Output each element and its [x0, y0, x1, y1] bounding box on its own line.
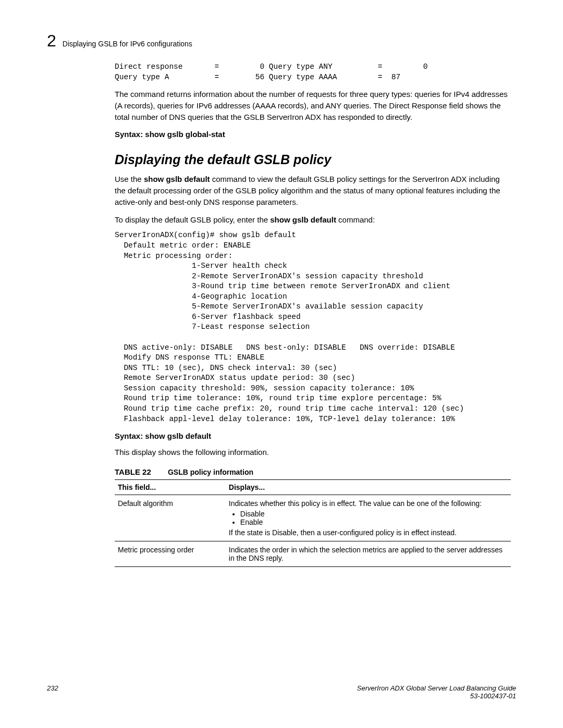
table-cell-desc: Indicates the order in which the selecti…	[226, 541, 511, 566]
table-row: Default algorithm Indicates whether this…	[115, 495, 511, 541]
chapter-number: 2	[47, 31, 56, 51]
table-cell-field: Default algorithm	[115, 495, 226, 541]
footer-doc-number: 53-1002437-01	[470, 692, 516, 700]
syntax-command: show gslb global-stat	[145, 130, 225, 139]
syntax-line-global-stat: Syntax: show gslb global-stat	[115, 130, 511, 139]
syntax-line-default: Syntax: show gslb default	[115, 431, 511, 440]
inline-cmd-show-gslb-default-2: show gslb default	[270, 215, 336, 224]
footer-page-number: 232	[47, 684, 58, 700]
paragraph-default-policy-instruction: To display the default GSLB policy, ente…	[115, 214, 511, 226]
table-title: GSLB policy information	[168, 468, 253, 476]
table-number: TABLE 22	[115, 467, 151, 476]
inline-cmd-show-gslb-default: show gslb default	[144, 175, 210, 183]
breadcrumb: Displaying GSLB for IPv6 configurations	[63, 40, 192, 48]
syntax-label-2: Syntax:	[115, 431, 143, 440]
table-bullet-list: Disable Enable	[240, 510, 508, 526]
table-cell-field: Metric processing order	[115, 541, 226, 566]
table-row: Metric processing order Indicates the or…	[115, 541, 511, 566]
syntax-command-2: show gslb default	[145, 431, 211, 440]
table-header-displays: Displays...	[226, 479, 511, 495]
page-footer: 232 ServerIron ADX Global Server Load Ba…	[47, 684, 516, 700]
table-header-field: This field...	[115, 479, 226, 495]
footer-doc-title: ServerIron ADX Global Server Load Balanc…	[357, 684, 516, 692]
paragraph-table-intro: This display shows the following informa…	[115, 447, 511, 458]
footer-title-block: ServerIron ADX Global Server Load Balanc…	[357, 684, 516, 700]
list-item: Disable	[240, 510, 508, 518]
table-gslb-policy-info: This field... Displays... Default algori…	[115, 479, 511, 567]
section-heading-default-policy: Displaying the default GSLB policy	[115, 152, 511, 167]
code-block-query-types: Direct response = 0 Query type ANY = 0 Q…	[115, 62, 511, 82]
syntax-label: Syntax:	[115, 130, 143, 139]
table-caption: TABLE 22 GSLB policy information	[115, 467, 511, 476]
code-block-show-gslb-default: ServerIronADX(config)# show gslb default…	[115, 230, 511, 424]
paragraph-query-types-explanation: The command returns information about th…	[115, 89, 511, 122]
list-item: Enable	[240, 518, 508, 526]
paragraph-default-policy-intro: Use the show gslb default command to vie…	[115, 174, 511, 207]
page-header: 2 Displaying GSLB for IPv6 configuration…	[47, 31, 516, 51]
table-cell-desc: Indicates whether this policy is in effe…	[226, 495, 511, 541]
